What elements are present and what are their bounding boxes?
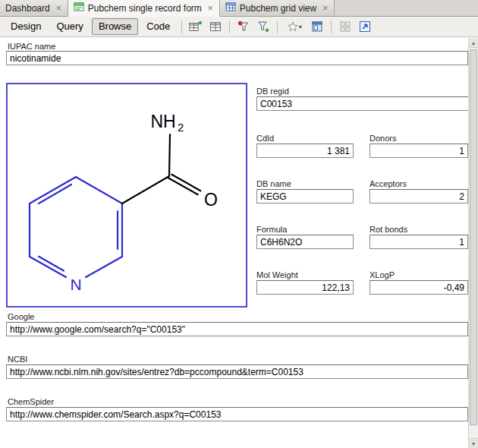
- db-name-label: DB name: [256, 179, 291, 188]
- ncbi-label: NCBI: [8, 355, 27, 364]
- scroll-down-icon[interactable]: ▼: [469, 438, 478, 448]
- mol-weight-field[interactable]: [256, 280, 354, 295]
- donors-field[interactable]: [370, 144, 468, 158]
- acceptors-label: Acceptors: [370, 179, 407, 188]
- scrollbar-thumb[interactable]: [470, 49, 477, 425]
- query-mode-button[interactable]: Query: [49, 18, 90, 35]
- toolbar-separator: [229, 21, 230, 33]
- toolbar-separator: [181, 21, 182, 33]
- mol-weight-label: Mol Weight: [256, 270, 298, 279]
- cdid-field[interactable]: [256, 144, 354, 158]
- formula-label: Formula: [256, 225, 287, 234]
- add-filter-icon[interactable]: [254, 18, 272, 35]
- iupac-name-field[interactable]: [6, 51, 468, 65]
- fit-to-window-icon[interactable]: [356, 18, 374, 35]
- xlogp-label: XLogP: [370, 270, 395, 279]
- rot-bonds-field[interactable]: [370, 235, 468, 249]
- browse-mode-button[interactable]: Browse: [92, 18, 138, 35]
- tab-close-icon[interactable]: ×: [55, 4, 62, 13]
- table-icon[interactable]: [206, 18, 225, 35]
- form-tab-icon: [74, 2, 84, 14]
- dropdown-arrow-icon: ▾: [299, 24, 302, 30]
- record-form: IUPAC name: [0, 38, 468, 448]
- favorites-star-icon[interactable]: ▾: [282, 18, 307, 35]
- document-tab-bar: Dashboard × Pubchem single record form ×: [0, 0, 478, 17]
- tab-dashboard[interactable]: Dashboard ×: [0, 0, 68, 16]
- oxygen-atom-label: O: [204, 190, 218, 210]
- design-mode-button[interactable]: Design: [4, 18, 48, 35]
- code-mode-button[interactable]: Code: [140, 18, 177, 35]
- chemspider-label: ChemSpider: [8, 397, 54, 406]
- ring-nitrogen-label: N: [70, 276, 81, 293]
- form-window-icon[interactable]: [308, 18, 326, 35]
- ncbi-url-field[interactable]: [6, 364, 468, 379]
- form-toolbar: Design Query Browse Code: [0, 17, 478, 37]
- google-label: Google: [8, 312, 34, 321]
- toolbar-separator: [331, 21, 332, 33]
- query-filter-icon[interactable]: [234, 18, 253, 35]
- xlogp-field[interactable]: [370, 280, 468, 295]
- tab-label: Pubchem grid view: [240, 3, 316, 14]
- db-name-field[interactable]: [256, 189, 354, 203]
- grid-layout-icon[interactable]: [336, 18, 354, 35]
- chemspider-url-field[interactable]: [6, 407, 468, 421]
- cdid-label: CdId: [256, 134, 274, 143]
- db-regid-label: DB regid: [256, 87, 289, 96]
- tab-label: Pubchem single record form: [88, 3, 202, 14]
- nicotinamide-structure-drawing: NH 2 O N: [8, 84, 246, 306]
- amine-atom-label: NH: [150, 112, 175, 131]
- amine-subscript-label: 2: [178, 121, 184, 134]
- toolbar-separator: [277, 21, 278, 33]
- tab-close-icon[interactable]: ×: [207, 4, 214, 13]
- app-window: Dashboard × Pubchem single record form ×: [0, 0, 478, 448]
- donors-label: Donors: [370, 134, 396, 143]
- scroll-up-icon[interactable]: ▲: [469, 38, 478, 48]
- tab-pubchem-single-record-form[interactable]: Pubchem single record form ×: [68, 0, 220, 17]
- tab-close-icon[interactable]: ×: [322, 4, 329, 13]
- rot-bonds-label: Rot bonds: [370, 225, 407, 234]
- grid-tab-icon: [225, 2, 236, 14]
- new-table-icon[interactable]: [187, 18, 205, 35]
- structure-viewer[interactable]: NH 2 O N: [6, 83, 247, 308]
- vertical-scrollbar[interactable]: ▲ ▼: [468, 38, 478, 448]
- tab-label: Dashboard: [5, 3, 50, 14]
- formula-field[interactable]: [256, 235, 354, 249]
- tab-pubchem-grid-view[interactable]: Pubchem grid view ×: [220, 0, 335, 16]
- google-url-field[interactable]: [6, 322, 468, 336]
- iupac-name-label: IUPAC name: [8, 42, 55, 51]
- acceptors-field[interactable]: [370, 189, 468, 203]
- db-regid-field[interactable]: [256, 96, 469, 111]
